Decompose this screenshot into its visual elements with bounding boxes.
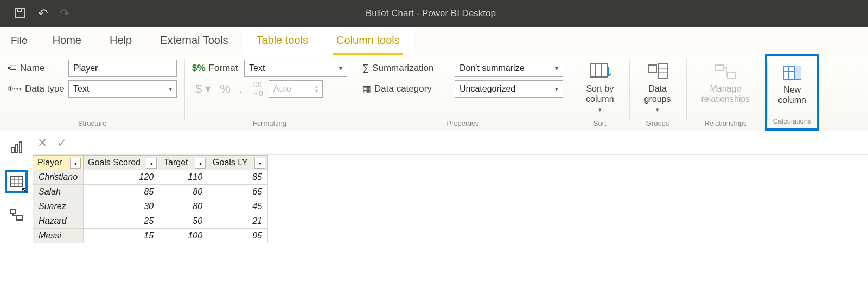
name-input[interactable]: Player (68, 60, 177, 77)
column-filter-button[interactable]: ▾ (195, 158, 206, 169)
cell[interactable]: 21 (208, 214, 268, 229)
ribbon-group-formatting: $%Format Text $ ▾ % , .00→0 Auto▴▾ Forma… (184, 54, 355, 131)
redo-icon[interactable]: ↷ (60, 7, 69, 21)
cell[interactable]: 45 (208, 199, 268, 214)
ribbon-tabs: File Home Help External Tools Table tool… (0, 27, 868, 54)
svg-rect-1 (17, 9, 22, 11)
svg-rect-25 (17, 216, 22, 220)
group-label-structure: Structure (8, 117, 177, 131)
tag-icon: 🏷 (8, 63, 17, 74)
name-label: Name (20, 63, 44, 74)
ribbon-group-calculations: New column Calculations (765, 54, 819, 131)
summarization-label: Summarization (372, 63, 433, 74)
table-row[interactable]: Messi1510095 (33, 229, 268, 243)
cell[interactable]: 65 (208, 185, 268, 199)
report-view-icon (9, 141, 23, 155)
cell[interactable]: 30 (84, 199, 159, 214)
work-area: ↖ ✕ ✓ Player▾Goals Scored▾Target▾Goals L… (0, 131, 868, 243)
model-view-button[interactable] (5, 204, 28, 227)
group-label-relationships: Relationships (694, 117, 758, 131)
svg-rect-5 (649, 65, 656, 73)
thousands-button[interactable]: , (236, 82, 246, 96)
svg-rect-0 (15, 8, 25, 18)
percent-button[interactable]: % (216, 82, 234, 96)
ribbon: 🏷Name Player ①₁₂₃Data type Text Structur… (0, 54, 868, 131)
column-header[interactable]: Goals Scored▾ (84, 156, 159, 170)
manage-relationships-button[interactable]: Manage relationships (694, 60, 758, 106)
summarization-select[interactable]: Don't summarize (455, 60, 563, 77)
column-header[interactable]: Goals LY▾ (208, 156, 268, 170)
decimals-button[interactable]: .00→0 (248, 80, 266, 98)
datatype-label: Data type (25, 83, 65, 94)
tab-file[interactable]: File (0, 35, 39, 47)
group-label-calculations: Calculations (767, 115, 817, 128)
view-switcher: ↖ (0, 131, 33, 243)
tab-home[interactable]: Home (39, 27, 95, 54)
cursor-icon: ↖ (21, 184, 29, 196)
cell[interactable]: 110 (159, 170, 208, 185)
category-icon: ▦ (362, 83, 371, 95)
formula-bar: ✕ ✓ (33, 131, 868, 155)
relationships-icon (713, 62, 737, 81)
cell[interactable]: 85 (84, 185, 159, 199)
currency-button[interactable]: $ ▾ (192, 82, 214, 96)
svg-rect-18 (20, 142, 22, 153)
cell[interactable]: 25 (84, 214, 159, 229)
commit-formula-button[interactable]: ✓ (52, 136, 72, 150)
format-select[interactable]: Text (244, 60, 347, 77)
title-bar: ↶ ↷ Bullet Chart - Power BI Desktop (0, 0, 868, 27)
cell[interactable]: 80 (159, 185, 208, 199)
svg-rect-24 (10, 209, 16, 214)
cell[interactable]: 15 (84, 229, 159, 243)
cell[interactable]: 100 (159, 229, 208, 243)
undo-icon[interactable]: ↶ (38, 7, 48, 21)
svg-rect-9 (716, 65, 723, 70)
tab-help[interactable]: Help (95, 27, 146, 54)
cell[interactable]: Christiano (33, 170, 84, 185)
cell[interactable]: 50 (159, 214, 208, 229)
ribbon-group-sort: Sort by column▾ Sort (571, 54, 629, 131)
cell[interactable]: Messi (33, 229, 84, 243)
ribbon-group-structure: 🏷Name Player ①₁₂₃Data type Text Structur… (0, 54, 184, 131)
column-header[interactable]: Player▾ (33, 156, 84, 170)
cancel-formula-button[interactable]: ✕ (33, 136, 52, 150)
format-icon: $% (192, 63, 206, 74)
column-header[interactable]: Target▾ (159, 156, 208, 170)
svg-rect-17 (16, 144, 18, 153)
groups-icon (646, 62, 669, 81)
cell[interactable]: 80 (159, 199, 208, 214)
sort-by-column-button[interactable]: Sort by column▾ (578, 60, 622, 115)
table-row[interactable]: Christiano12011085 (33, 170, 268, 185)
table-row[interactable]: Hazard255021 (33, 214, 268, 229)
column-filter-button[interactable]: ▾ (254, 158, 265, 169)
group-label-properties: Properties (362, 117, 563, 131)
tab-external-tools[interactable]: External Tools (146, 27, 242, 54)
column-filter-button[interactable]: ▾ (146, 158, 157, 169)
save-icon[interactable] (14, 7, 26, 21)
data-view-button[interactable]: ↖ (5, 170, 28, 193)
ribbon-group-properties: ∑Summarization Don't summarize ▦Data cat… (355, 54, 571, 131)
table-row[interactable]: Suarez308045 (33, 199, 268, 214)
svg-rect-15 (795, 66, 801, 79)
cell[interactable]: 85 (208, 170, 268, 185)
cell[interactable]: Hazard (33, 214, 84, 229)
cell[interactable]: Suarez (33, 199, 84, 214)
column-filter-button[interactable]: ▾ (70, 158, 81, 169)
tab-column-tools[interactable]: Column tools (322, 27, 414, 54)
table-row[interactable]: Salah858065 (33, 185, 268, 199)
tab-table-tools[interactable]: Table tools (242, 27, 322, 54)
new-column-button[interactable]: New column (767, 60, 817, 109)
cell[interactable]: 95 (208, 229, 268, 243)
group-label-sort: Sort (578, 117, 622, 131)
cell[interactable]: 120 (84, 170, 159, 185)
report-view-button[interactable] (5, 137, 28, 159)
formula-input[interactable] (72, 131, 868, 154)
data-category-select[interactable]: Uncategorized (455, 80, 563, 98)
ribbon-group-relationships: Manage relationships Relationships (686, 54, 765, 131)
data-groups-button[interactable]: Data groups▾ (637, 60, 679, 115)
datatype-select[interactable]: Text (68, 80, 177, 98)
cell[interactable]: Salah (33, 185, 84, 199)
auto-decimals-input[interactable]: Auto▴▾ (269, 80, 323, 98)
sort-icon (588, 62, 612, 81)
svg-rect-2 (590, 64, 608, 77)
